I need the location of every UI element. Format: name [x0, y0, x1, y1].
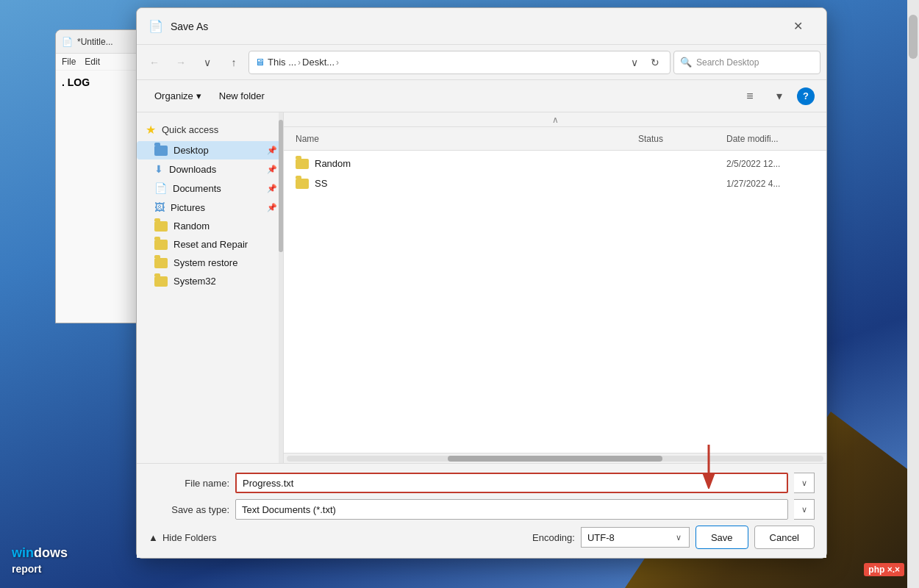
col-header-date[interactable]: Date modifi...	[726, 134, 815, 144]
file-item-ss[interactable]: SS 1/27/2022 4...	[284, 173, 826, 193]
address-dropdown-button[interactable]: ∨	[626, 54, 643, 71]
star-icon: ★	[146, 123, 156, 137]
php-watermark: php ×.×	[864, 563, 904, 576]
sidebar-item-label-system32: System32	[174, 276, 216, 287]
breadcrumb-sep2: ›	[336, 57, 339, 68]
sidebar-item-label-restore: System restore	[174, 257, 237, 268]
sidebar-item-label-pictures: Pictures	[171, 202, 205, 213]
dialog-bottom: File name: ∨ Save as type: Text Document…	[137, 463, 826, 558]
hide-folders-button[interactable]: ▲ Hide Folders	[149, 532, 217, 543]
breadcrumb-sep1: ›	[298, 57, 301, 68]
sidebar-scrollbar[interactable]	[279, 112, 283, 463]
bg-notepad-title: *Untitle...	[77, 37, 113, 47]
file-list-content: Random 2/5/2022 12... SS 1/27/2022 4...	[284, 151, 826, 453]
sidebar-item-pictures[interactable]: 🖼 Pictures 📌	[137, 198, 283, 217]
address-bar[interactable]: 🖥 This ... › Deskt... › ∨ ↻	[248, 51, 671, 74]
cancel-button[interactable]: Cancel	[754, 526, 815, 549]
window-scrollbar[interactable]	[907, 0, 919, 588]
docs-icon: 📄	[154, 182, 167, 194]
search-placeholder: Search Desktop	[696, 57, 759, 68]
dialog-close-button[interactable]: ✕	[781, 15, 815, 38]
hide-folders-arrow-icon: ▲	[149, 532, 158, 543]
sidebar-quick-access[interactable]: ★ Quick access	[137, 118, 283, 141]
col-header-name[interactable]: Name	[296, 134, 638, 144]
breadcrumb: This ... › Deskt... ›	[268, 57, 339, 68]
file-item-name-ss: SS	[315, 178, 626, 189]
folder-yellow-icon-reset	[154, 240, 168, 250]
dialog-navbar: ← → ∨ ↑ 🖥 This ... › Deskt... › ∨ ↻ 🔍	[137, 45, 826, 80]
sidebar-item-desktop[interactable]: Desktop 📌	[137, 141, 283, 159]
sidebar-item-label-desktop: Desktop	[174, 145, 209, 156]
organize-button[interactable]: Organize ▾	[149, 87, 207, 104]
save-as-type-dropdown-button[interactable]: ∨	[794, 499, 815, 520]
sidebar-item-label-reset: Reset and Repair	[174, 239, 248, 250]
nav-dropdown-button[interactable]: ∨	[196, 51, 219, 74]
sidebar-item-system32[interactable]: System32	[137, 272, 283, 290]
view-button[interactable]: ≡	[738, 85, 762, 108]
folder-yellow-icon-ss-list	[296, 179, 309, 189]
breadcrumb-desktop: Deskt...	[302, 57, 335, 68]
hscrollbar-thumb	[448, 456, 662, 462]
folder-yellow-icon-random-list	[296, 159, 309, 169]
bg-menu-file: File	[62, 57, 76, 67]
breadcrumb-this: This ...	[268, 57, 296, 68]
sort-arrow-row: ∧	[284, 112, 826, 127]
help-button[interactable]: ?	[797, 87, 815, 105]
pin-icon-pictures: 📌	[267, 203, 277, 212]
file-name-row: File name: ∨	[149, 473, 815, 493]
sidebar-item-system-restore[interactable]: System restore	[137, 254, 283, 272]
encoding-row: Encoding: UTF-8 ∨ Save Cancel	[532, 526, 815, 549]
file-item-name-random: Random	[315, 158, 626, 169]
encoding-value: UTF-8	[581, 527, 669, 548]
file-name-dropdown-button[interactable]: ∨	[794, 473, 815, 493]
folder-yellow-icon-restore	[154, 258, 168, 268]
save-as-dialog: 📄 Save As ✕ ← → ∨ ↑ 🖥 This ... › Deskt..…	[136, 7, 827, 559]
encoding-dropdown[interactable]: UTF-8 ∨	[581, 527, 690, 548]
nav-back-button[interactable]: ←	[143, 51, 166, 74]
nav-up-button[interactable]: ↑	[222, 51, 246, 74]
view-icon: ≡	[746, 90, 753, 103]
windows-report-watermark: windows report	[12, 545, 68, 576]
save-button[interactable]: Save	[695, 526, 748, 549]
up-arrow-icon: ↑	[232, 57, 237, 68]
sort-up-arrow-icon: ∧	[552, 115, 559, 125]
nav-forward-button[interactable]: →	[169, 51, 193, 74]
encoding-label: Encoding:	[532, 532, 575, 543]
hscrollbar-track	[287, 456, 823, 462]
dialog-body: ★ Quick access Desktop 📌 ⬇ Downloads 📌 📄…	[137, 112, 826, 463]
sidebar-item-random[interactable]: Random	[137, 217, 283, 235]
sidebar: ★ Quick access Desktop 📌 ⬇ Downloads 📌 📄…	[137, 112, 284, 463]
new-folder-label: New folder	[219, 90, 265, 101]
quick-access-label: Quick access	[162, 124, 218, 135]
pin-icon-desktop: 📌	[267, 146, 277, 155]
dialog-title-icon: 📄	[149, 19, 163, 34]
sidebar-item-label-downloads: Downloads	[169, 164, 216, 175]
address-icon: 🖥	[255, 57, 265, 68]
save-as-type-value: Text Documents (*.txt)	[235, 499, 788, 520]
sidebar-item-downloads[interactable]: ⬇ Downloads 📌	[137, 159, 283, 179]
horizontal-scrollbar[interactable]	[284, 453, 826, 463]
organize-arrow-icon: ▾	[196, 90, 201, 101]
col-header-status[interactable]: Status	[638, 134, 726, 144]
new-folder-button[interactable]: New folder	[213, 87, 271, 104]
pics-icon: 🖼	[154, 201, 165, 213]
sidebar-item-reset-repair[interactable]: Reset and Repair	[137, 235, 283, 254]
address-refresh-button[interactable]: ↻	[646, 54, 664, 71]
search-bar[interactable]: 🔍 Search Desktop	[673, 51, 820, 74]
file-name-input[interactable]	[235, 473, 788, 493]
forward-arrow-icon: →	[176, 57, 186, 68]
help-icon: ?	[803, 90, 809, 101]
save-as-type-row: Save as type: Text Documents (*.txt) ∨	[149, 499, 815, 520]
dialog-toolbar: Organize ▾ New folder ≡ ▾ ?	[137, 80, 826, 112]
file-item-random[interactable]: Random 2/5/2022 12...	[284, 154, 826, 173]
file-name-label: File name:	[149, 478, 229, 489]
hide-folders-label: Hide Folders	[162, 532, 217, 543]
file-list-area: ∧ Name Status Date modifi... Random 2/5/…	[284, 112, 826, 463]
encoding-dropdown-button[interactable]: ∨	[669, 527, 690, 548]
organize-label: Organize	[154, 90, 193, 101]
sidebar-item-label-random: Random	[174, 220, 210, 232]
view-arrow-button[interactable]: ▾	[768, 85, 791, 108]
sidebar-item-documents[interactable]: 📄 Documents 📌	[137, 179, 283, 198]
dialog-titlebar: 📄 Save As ✕	[137, 8, 826, 45]
bottom-footer: ▲ Hide Folders Encoding: UTF-8 ∨ Save Ca…	[149, 526, 815, 549]
